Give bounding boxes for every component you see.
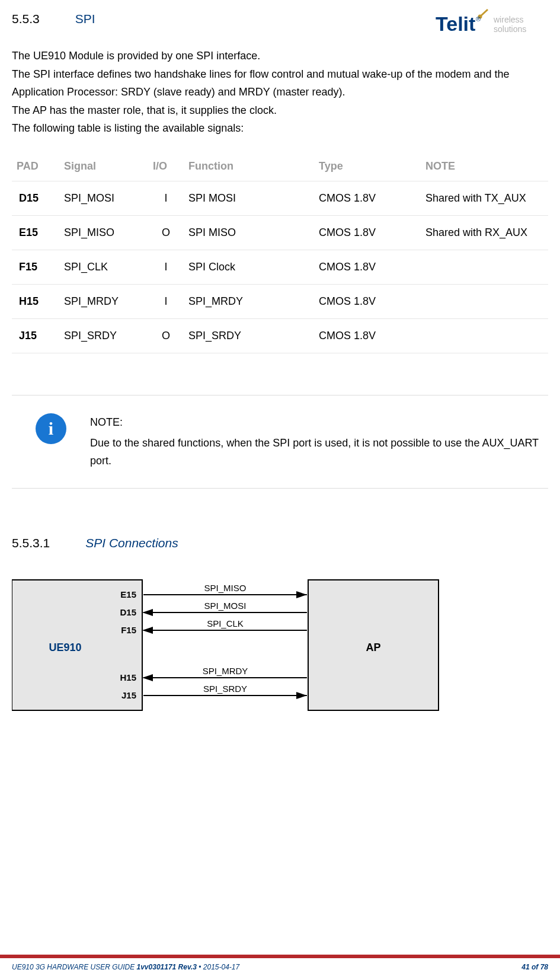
subsection-title: SPI Connections bbox=[85, 536, 178, 550]
signal-table: PAD Signal I/O Function Type NOTE D15SPI… bbox=[12, 152, 548, 353]
cell-type: CMOS 1.8V bbox=[314, 215, 421, 250]
cell-function: SPI Clock bbox=[184, 250, 314, 284]
cell-pad: E15 bbox=[12, 215, 59, 250]
diagram-signal-label: SPI_CLK bbox=[207, 618, 244, 629]
cell-io: O bbox=[148, 318, 184, 353]
paragraph: The AP has the master role, that is, it … bbox=[12, 101, 548, 120]
logo-sub2: solutions bbox=[494, 24, 526, 34]
cell-type: CMOS 1.8V bbox=[314, 250, 421, 284]
cell-type: CMOS 1.8V bbox=[314, 318, 421, 353]
note-block: i NOTE: Due to the shared functions, whe… bbox=[12, 395, 548, 489]
th-io: I/O bbox=[148, 152, 184, 181]
cell-pad: J15 bbox=[12, 318, 59, 353]
th-function: Function bbox=[184, 152, 314, 181]
logo-sub1: wireless bbox=[493, 15, 524, 24]
cell-pad: D15 bbox=[12, 181, 59, 215]
cell-signal: SPI_MOSI bbox=[59, 181, 148, 215]
note-body: Due to the shared functions, when the SP… bbox=[90, 434, 548, 470]
diagram-left-label: UE910 bbox=[49, 642, 81, 653]
th-signal: Signal bbox=[59, 152, 148, 181]
th-pad: PAD bbox=[12, 152, 59, 181]
body-paragraphs: The UE910 Module is provided by one SPI … bbox=[12, 47, 548, 138]
diagram-pin-label: D15 bbox=[120, 607, 136, 617]
table-header-row: PAD Signal I/O Function Type NOTE bbox=[12, 152, 548, 181]
diagram-signal-label: SPI_MRDY bbox=[203, 666, 248, 676]
cell-io: I bbox=[148, 284, 184, 318]
footer-rev: 1vv0301171 Rev.3 bbox=[137, 963, 197, 971]
table-row: H15SPI_MRDYISPI_MRDYCMOS 1.8V bbox=[12, 284, 548, 318]
svg-text:®: ® bbox=[476, 15, 481, 23]
note-label: NOTE: bbox=[90, 413, 548, 432]
th-type: Type bbox=[314, 152, 421, 181]
diagram-signal-label: SPI_MISO bbox=[204, 583, 247, 593]
cell-function: SPI_MRDY bbox=[184, 284, 314, 318]
diagram-pin-label: F15 bbox=[121, 625, 136, 635]
footer-page: 41 of 78 bbox=[521, 963, 548, 971]
paragraph: The SPI interface defines two handshake … bbox=[12, 65, 548, 101]
cell-function: SPI_SRDY bbox=[184, 318, 314, 353]
info-icon: i bbox=[36, 413, 66, 444]
paragraph: The UE910 Module is provided by one SPI … bbox=[12, 47, 548, 65]
table-row: E15SPI_MISOOSPI MISOCMOS 1.8VShared with… bbox=[12, 215, 548, 250]
diagram-signal-label: SPI_MOSI bbox=[204, 601, 247, 611]
cell-signal: SPI_MISO bbox=[59, 215, 148, 250]
subsection-number: 5.5.3.1 bbox=[12, 536, 50, 550]
cell-function: SPI MISO bbox=[184, 215, 314, 250]
cell-note bbox=[421, 318, 548, 353]
section-number: 5.5.3 bbox=[12, 12, 40, 26]
cell-signal: SPI_SRDY bbox=[59, 318, 148, 353]
diagram-pin-label: H15 bbox=[120, 672, 136, 682]
cell-note: Shared with RX_AUX bbox=[421, 215, 548, 250]
page-footer: UE910 3G HARDWARE USER GUIDE 1vv0301171 … bbox=[0, 955, 560, 973]
cell-signal: SPI_MRDY bbox=[59, 284, 148, 318]
cell-pad: F15 bbox=[12, 250, 59, 284]
diagram-signal-label: SPI_SRDY bbox=[203, 684, 247, 694]
svg-line-1 bbox=[480, 9, 488, 17]
table-row: D15SPI_MOSIISPI MOSICMOS 1.8VShared with… bbox=[12, 181, 548, 215]
cell-function: SPI MOSI bbox=[184, 181, 314, 215]
table-row: J15SPI_SRDYOSPI_SRDYCMOS 1.8V bbox=[12, 318, 548, 353]
cell-io: I bbox=[148, 250, 184, 284]
cell-signal: SPI_CLK bbox=[59, 250, 148, 284]
th-note: NOTE bbox=[421, 152, 548, 181]
footer-date: 2015-04-17 bbox=[203, 963, 239, 971]
footer-doc: UE910 3G HARDWARE USER GUIDE bbox=[12, 963, 135, 971]
table-row: F15SPI_CLKISPI ClockCMOS 1.8V bbox=[12, 250, 548, 284]
cell-type: CMOS 1.8V bbox=[314, 284, 421, 318]
brand-logo: Telit ® wireless solutions bbox=[436, 8, 548, 41]
cell-io: I bbox=[148, 181, 184, 215]
diagram-pin-label: J15 bbox=[121, 690, 136, 700]
cell-type: CMOS 1.8V bbox=[314, 181, 421, 215]
section-title: SPI bbox=[75, 12, 95, 26]
cell-note bbox=[421, 250, 548, 284]
spi-connection-diagram: UE910 AP E15SPI_MISOD15SPI_MOSIF15SPI_CL… bbox=[12, 574, 548, 725]
logo-text: Telit bbox=[436, 12, 475, 35]
section-heading: 5.5.3 SPI bbox=[12, 12, 95, 26]
diagram-right-label: AP bbox=[366, 642, 380, 653]
cell-note: Shared with TX_AUX bbox=[421, 181, 548, 215]
subsection-heading: 5.5.3.1 SPI Connections bbox=[12, 536, 548, 550]
diagram-pin-label: E15 bbox=[120, 589, 136, 599]
cell-io: O bbox=[148, 215, 184, 250]
paragraph: The following table is listing the avail… bbox=[12, 119, 548, 138]
cell-pad: H15 bbox=[12, 284, 59, 318]
cell-note bbox=[421, 284, 548, 318]
footer-sep: • bbox=[197, 963, 203, 971]
